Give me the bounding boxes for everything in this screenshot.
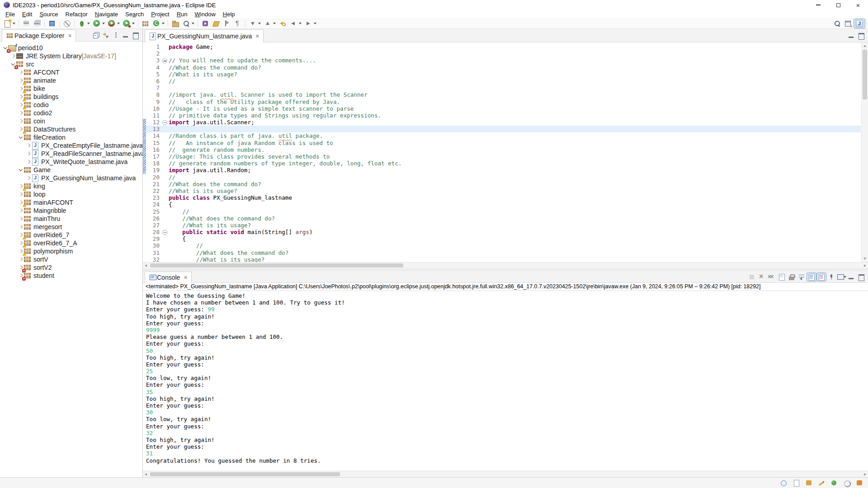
scrollbar-thumb[interactable] [150,263,403,267]
menu-source[interactable]: Source [36,10,61,18]
dropdown-arrow-icon[interactable] [117,23,120,24]
code-line-1[interactable]: 1package Game; [143,43,861,50]
code-line-4[interactable]: 4//What does the command do? [143,64,861,71]
code-line-8[interactable]: 8//import java. util. Scanner is used to… [143,91,861,98]
code-line-13[interactable]: 13 [143,126,861,132]
menu-navigate[interactable]: Navigate [91,10,122,18]
toolbar-forward-button[interactable] [303,19,318,28]
scrollbar-thumb[interactable] [863,50,867,99]
tree-item-coin[interactable]: coin [0,117,142,125]
code-line-29[interactable]: 29 { [143,235,861,242]
chevron-down-icon[interactable] [10,63,16,66]
chevron-right-icon[interactable] [18,120,24,122]
menu-file[interactable]: File [2,10,19,18]
toolbar-show-annotations-button[interactable] [222,19,232,28]
tree-item-mergesort[interactable]: mergesort [0,223,142,231]
code-line-2[interactable]: 2 [143,50,861,57]
menu-window[interactable]: Window [191,10,219,18]
chevron-right-icon[interactable] [10,55,16,57]
console-maximize-button[interactable] [856,272,866,282]
code-editor[interactable]: 1package Game;23// You will need to upda… [143,42,868,262]
console-clear-console-button[interactable] [777,272,787,282]
toolbar-open-type-button[interactable] [170,19,181,28]
chevron-down-icon[interactable] [18,136,24,139]
editor-vertical-scrollbar[interactable] [861,42,868,262]
editor-minimize-button[interactable] [846,31,856,40]
console-pin-console-button[interactable] [826,272,836,282]
tree-item-filecreation[interactable]: fileCreation [0,133,142,141]
tree-item-game[interactable]: Game [0,166,142,174]
status-edit-mode-button[interactable] [816,479,826,488]
menu-help[interactable]: Help [219,10,239,18]
code-line-16[interactable]: 16// generate random numbers. [143,146,861,153]
toolbar-run-button[interactable] [91,19,106,28]
close-window-button[interactable]: × [848,0,868,10]
package-explorer-minimize-button[interactable] [121,31,131,40]
toolbar-last-edit-location-button[interactable] [277,19,288,28]
dropdown-arrow-icon[interactable] [299,23,302,24]
code-line-27[interactable]: 27 //What is its usage? [143,222,861,229]
tree-item-codio[interactable]: codio [0,101,142,109]
tree-item-king[interactable]: king [0,182,142,190]
status-restore-welcome-button[interactable] [778,479,788,488]
tree-item-override6-7-a[interactable]: overRide6_7_A [0,239,142,247]
toolbar-open-perspective-button[interactable] [843,19,854,28]
menu-run[interactable]: Run [173,10,191,18]
dropdown-arrow-icon[interactable] [132,23,135,24]
code-line-19[interactable]: 19import java.util.Random; [143,167,861,174]
toolbar-java-search-button[interactable] [181,19,196,28]
fold-collapse-icon[interactable] [161,229,169,235]
dropdown-arrow-icon[interactable] [87,23,90,24]
toolbar-next-annotation-button[interactable] [247,19,262,28]
code-line-25[interactable]: 25 // [143,208,861,215]
code-line-11[interactable]: 11// primitive data types and Strings us… [143,112,861,119]
package-explorer-maximize-button[interactable] [131,31,141,40]
dropdown-arrow-icon[interactable] [258,23,261,24]
code-line-5[interactable]: 5//What is its usage? [143,71,861,78]
minimize-window-button[interactable] [808,0,828,10]
code-line-18[interactable]: 18// generate random numbers of type int… [143,160,861,167]
tree-item-afcont[interactable]: AFCONT [0,68,142,76]
chevron-right-icon[interactable] [18,274,24,277]
console-minimize-button[interactable] [846,272,856,282]
menu-edit[interactable]: Edit [19,10,36,18]
code-line-31[interactable]: 31 //What does the command do? [143,249,861,256]
console-remove-all-launches-button[interactable] [767,272,777,282]
toolbar-previous-annotation-button[interactable] [262,19,277,28]
chevron-right-icon[interactable] [18,266,24,269]
close-icon[interactable]: × [255,33,259,39]
toolbar-new-wizard-button[interactable] [2,19,17,28]
console-output[interactable]: Welcome to the Guessing Game!I have chos… [143,291,868,471]
code-line-21[interactable]: 21//What does the command do? [143,181,861,188]
dropdown-arrow-icon[interactable] [102,23,105,24]
toolbar-show-whitespace-button[interactable] [232,19,243,28]
toolbar-save-all-button[interactable] [32,19,42,28]
editor-maximize-button[interactable] [856,31,866,40]
console-show-on-stdout-button[interactable] [807,272,816,282]
chevron-right-icon[interactable] [26,144,31,147]
package-explorer-tree[interactable]: period10JRE System Library [JavaSE-17]sr… [0,42,142,477]
toolbar-skip-all-breakpoints-button[interactable] [61,19,72,28]
tree-item-src[interactable]: src [0,60,142,68]
tree-item-student[interactable]: student [0,272,142,280]
console-horizontal-scrollbar[interactable] [143,471,868,477]
status-notifications-button[interactable] [854,479,864,488]
console-word-wrap-button[interactable] [797,272,807,282]
dropdown-arrow-icon[interactable] [13,23,15,24]
package-explorer-collapse-all-button[interactable] [91,31,101,40]
dropdown-arrow-icon[interactable] [314,23,316,24]
console-remove-launch-button[interactable] [757,272,767,282]
code-line-3[interactable]: 3// You will need to update the comments… [143,57,861,64]
code-line-24[interactable]: 24{ [143,201,861,208]
code-line-7[interactable]: 7 [143,84,861,91]
tree-item-px-writequote-lastname-java[interactable]: PX_WriteQuote_lastname.java [0,158,142,166]
editor-horizontal-scrollbar[interactable] [143,262,868,268]
tree-item-codio2[interactable]: codio2 [0,109,142,117]
menu-project[interactable]: Project [147,10,173,18]
tree-item-px-createemptyfile-lastname-java[interactable]: PX_CreateEmptyFile_lastname.java [0,141,142,150]
tree-item-sortv[interactable]: sortV [0,255,142,263]
tab-editor-file[interactable]: PX_GuessingNum_lastname.java × [145,29,264,42]
tree-item-bike[interactable]: bike [0,84,142,93]
toolbar-new-java-class-button[interactable] [151,19,166,28]
menu-search[interactable]: Search [122,10,147,18]
